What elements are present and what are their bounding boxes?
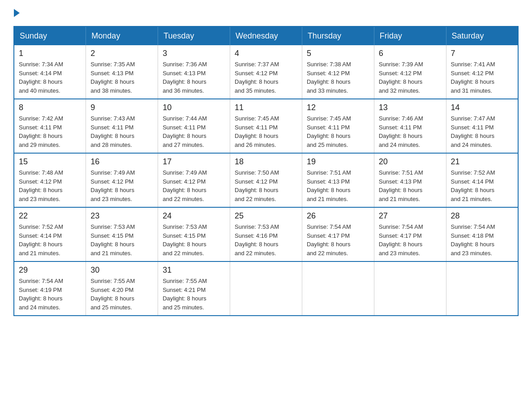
calendar-day-cell bbox=[446, 261, 518, 316]
calendar-week-row: 1 Sunrise: 7:34 AM Sunset: 4:14 PM Dayli… bbox=[14, 45, 518, 99]
day-number: 6 bbox=[379, 49, 442, 58]
sunset-label: Sunset: 4:12 PM bbox=[19, 178, 62, 185]
day-info: Sunrise: 7:51 AM Sunset: 4:13 PM Dayligh… bbox=[307, 168, 369, 203]
daylight-label: Daylight: 8 hours bbox=[163, 133, 206, 139]
day-number: 22 bbox=[19, 211, 81, 221]
day-info: Sunrise: 7:55 AM Sunset: 4:21 PM Dayligh… bbox=[163, 277, 225, 312]
sunrise-label: Sunrise: 7:54 AM bbox=[379, 223, 423, 230]
day-number: 21 bbox=[451, 157, 513, 167]
calendar-week-row: 8 Sunrise: 7:42 AM Sunset: 4:11 PM Dayli… bbox=[14, 99, 518, 153]
day-info: Sunrise: 7:47 AM Sunset: 4:11 PM Dayligh… bbox=[451, 114, 513, 149]
daylight-minutes: and 22 minutes. bbox=[307, 250, 348, 257]
daylight-label: Daylight: 8 hours bbox=[235, 78, 279, 85]
sunset-label: Sunset: 4:11 PM bbox=[90, 124, 133, 131]
daylight-label: Daylight: 8 hours bbox=[163, 187, 206, 193]
calendar-week-row: 15 Sunrise: 7:48 AM Sunset: 4:12 PM Dayl… bbox=[14, 153, 518, 207]
weekday-header-sunday: Sunday bbox=[14, 26, 86, 45]
calendar-day-cell: 19 Sunrise: 7:51 AM Sunset: 4:13 PM Dayl… bbox=[302, 153, 374, 207]
day-info: Sunrise: 7:49 AM Sunset: 4:12 PM Dayligh… bbox=[90, 168, 153, 203]
daylight-minutes: and 38 minutes. bbox=[90, 87, 132, 94]
daylight-label: Daylight: 8 hours bbox=[19, 295, 63, 302]
sunrise-label: Sunrise: 7:53 AM bbox=[163, 223, 207, 230]
daylight-label: Daylight: 8 hours bbox=[379, 78, 423, 85]
day-number: 19 bbox=[307, 157, 369, 167]
sunset-label: Sunset: 4:19 PM bbox=[19, 287, 62, 293]
day-info: Sunrise: 7:44 AM Sunset: 4:11 PM Dayligh… bbox=[163, 114, 225, 149]
day-info: Sunrise: 7:37 AM Sunset: 4:12 PM Dayligh… bbox=[235, 60, 297, 95]
logo-general-text bbox=[13, 9, 20, 17]
day-number: 30 bbox=[90, 265, 153, 275]
daylight-minutes: and 33 minutes. bbox=[307, 87, 348, 94]
calendar-table: SundayMondayTuesdayWednesdayThursdayFrid… bbox=[13, 26, 519, 316]
day-number: 8 bbox=[19, 103, 81, 112]
daylight-minutes: and 35 minutes. bbox=[235, 87, 276, 94]
calendar-header: SundayMondayTuesdayWednesdayThursdayFrid… bbox=[14, 26, 518, 45]
day-number: 9 bbox=[90, 103, 153, 112]
daylight-label: Daylight: 8 hours bbox=[163, 295, 206, 302]
daylight-label: Daylight: 8 hours bbox=[235, 133, 279, 139]
sunrise-label: Sunrise: 7:39 AM bbox=[379, 61, 423, 68]
day-number: 31 bbox=[163, 265, 225, 275]
sunset-label: Sunset: 4:13 PM bbox=[90, 70, 133, 77]
calendar-day-cell: 26 Sunrise: 7:54 AM Sunset: 4:17 PM Dayl… bbox=[302, 207, 374, 261]
day-info: Sunrise: 7:36 AM Sunset: 4:13 PM Dayligh… bbox=[163, 60, 225, 95]
calendar-day-cell: 17 Sunrise: 7:49 AM Sunset: 4:12 PM Dayl… bbox=[158, 153, 230, 207]
sunset-label: Sunset: 4:12 PM bbox=[235, 70, 278, 77]
sunset-label: Sunset: 4:12 PM bbox=[379, 70, 422, 77]
day-info: Sunrise: 7:54 AM Sunset: 4:17 PM Dayligh… bbox=[379, 223, 442, 257]
daylight-label: Daylight: 8 hours bbox=[379, 187, 423, 193]
day-number: 28 bbox=[451, 211, 513, 221]
day-number: 18 bbox=[235, 157, 297, 167]
sunrise-label: Sunrise: 7:38 AM bbox=[307, 61, 351, 68]
daylight-label: Daylight: 8 hours bbox=[19, 78, 63, 85]
day-number: 14 bbox=[451, 103, 513, 112]
day-info: Sunrise: 7:52 AM Sunset: 4:14 PM Dayligh… bbox=[451, 168, 513, 203]
logo-arrow-icon bbox=[14, 9, 20, 17]
day-info: Sunrise: 7:46 AM Sunset: 4:11 PM Dayligh… bbox=[379, 114, 442, 149]
sunrise-label: Sunrise: 7:42 AM bbox=[19, 115, 63, 122]
day-number: 29 bbox=[19, 265, 81, 275]
daylight-label: Daylight: 8 hours bbox=[90, 241, 134, 248]
sunset-label: Sunset: 4:14 PM bbox=[19, 232, 62, 239]
sunset-label: Sunset: 4:11 PM bbox=[235, 124, 278, 131]
daylight-minutes: and 24 minutes. bbox=[451, 141, 493, 148]
page-header bbox=[13, 9, 519, 17]
sunrise-label: Sunrise: 7:54 AM bbox=[19, 278, 63, 284]
logo bbox=[13, 9, 20, 17]
daylight-minutes: and 36 minutes. bbox=[163, 87, 204, 94]
daylight-label: Daylight: 8 hours bbox=[451, 187, 495, 193]
sunset-label: Sunset: 4:17 PM bbox=[379, 232, 422, 239]
sunset-label: Sunset: 4:12 PM bbox=[163, 178, 206, 185]
daylight-minutes: and 25 minutes. bbox=[307, 141, 348, 148]
day-number: 13 bbox=[379, 103, 442, 112]
day-number: 23 bbox=[90, 211, 153, 221]
day-info: Sunrise: 7:38 AM Sunset: 4:12 PM Dayligh… bbox=[307, 60, 369, 95]
day-info: Sunrise: 7:43 AM Sunset: 4:11 PM Dayligh… bbox=[90, 114, 153, 149]
daylight-minutes: and 21 minutes. bbox=[90, 250, 132, 257]
daylight-minutes: and 21 minutes. bbox=[19, 250, 60, 257]
daylight-minutes: and 22 minutes. bbox=[235, 196, 276, 202]
daylight-label: Daylight: 8 hours bbox=[163, 78, 206, 85]
calendar-day-cell: 10 Sunrise: 7:44 AM Sunset: 4:11 PM Dayl… bbox=[158, 99, 230, 153]
calendar-day-cell: 14 Sunrise: 7:47 AM Sunset: 4:11 PM Dayl… bbox=[446, 99, 518, 153]
daylight-label: Daylight: 8 hours bbox=[451, 78, 495, 85]
sunrise-label: Sunrise: 7:35 AM bbox=[90, 61, 135, 68]
sunset-label: Sunset: 4:12 PM bbox=[307, 70, 350, 77]
calendar-day-cell: 15 Sunrise: 7:48 AM Sunset: 4:12 PM Dayl… bbox=[14, 153, 86, 207]
calendar-day-cell: 4 Sunrise: 7:37 AM Sunset: 4:12 PM Dayli… bbox=[230, 45, 302, 99]
day-number: 15 bbox=[19, 157, 81, 167]
day-info: Sunrise: 7:41 AM Sunset: 4:12 PM Dayligh… bbox=[451, 60, 513, 95]
calendar-day-cell: 27 Sunrise: 7:54 AM Sunset: 4:17 PM Dayl… bbox=[374, 207, 446, 261]
sunset-label: Sunset: 4:12 PM bbox=[90, 178, 133, 185]
day-number: 4 bbox=[235, 49, 297, 58]
day-number: 20 bbox=[379, 157, 442, 167]
day-info: Sunrise: 7:42 AM Sunset: 4:11 PM Dayligh… bbox=[19, 114, 81, 149]
daylight-minutes: and 24 minutes. bbox=[19, 304, 60, 311]
sunrise-label: Sunrise: 7:44 AM bbox=[163, 115, 207, 122]
sunrise-label: Sunrise: 7:55 AM bbox=[163, 278, 207, 284]
sunset-label: Sunset: 4:14 PM bbox=[19, 70, 62, 77]
day-number: 7 bbox=[451, 49, 513, 58]
daylight-minutes: and 28 minutes. bbox=[90, 141, 132, 148]
calendar-day-cell: 5 Sunrise: 7:38 AM Sunset: 4:12 PM Dayli… bbox=[302, 45, 374, 99]
day-info: Sunrise: 7:53 AM Sunset: 4:15 PM Dayligh… bbox=[163, 223, 225, 257]
